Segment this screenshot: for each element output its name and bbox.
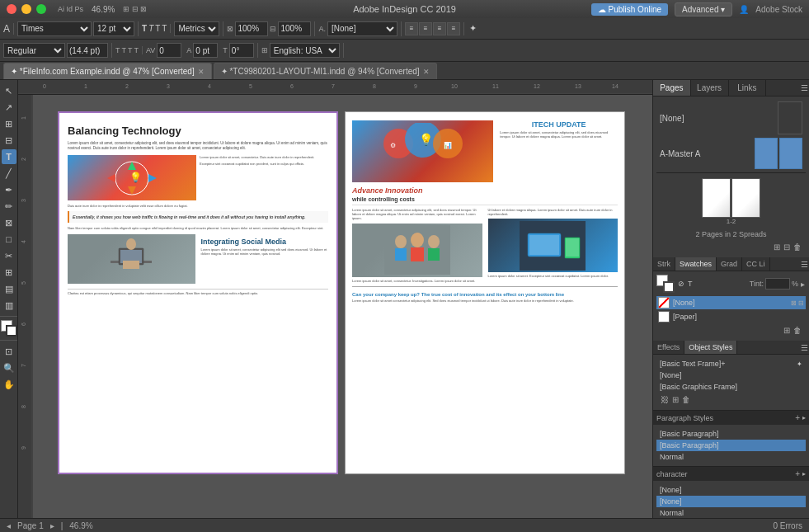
- none-swatch-label: [None]: [673, 299, 695, 307]
- selection-tool-btn[interactable]: ↖: [2, 83, 16, 98]
- svg-marker-33: [128, 186, 136, 195]
- pages-tab[interactable]: Pages: [653, 80, 691, 96]
- language-select2[interactable]: English: USA: [270, 43, 340, 58]
- delete-page-btn[interactable]: 🗑: [793, 242, 802, 252]
- font-size-select[interactable]: 12 pt: [93, 21, 134, 36]
- break-link-btn[interactable]: ⛓: [660, 394, 670, 405]
- quote-text: Essentially, it shows you how web traffi…: [73, 214, 306, 219]
- type-tool-btn[interactable]: T: [2, 149, 16, 164]
- basic-text-frame-item[interactable]: [Basic Text Frame]+ ✦: [656, 358, 806, 370]
- leading-input[interactable]: [67, 43, 108, 58]
- svg-text:9: 9: [414, 83, 417, 89]
- free-transform-tool-btn[interactable]: ⊞: [2, 265, 16, 280]
- character-styles-section[interactable]: character + ▸: [653, 466, 809, 481]
- stroke-tab[interactable]: Strk: [653, 257, 675, 271]
- bold-icon[interactable]: T: [142, 24, 147, 33]
- line-tool-btn[interactable]: ╱: [2, 166, 16, 181]
- chevron-down-icon: ▾: [721, 5, 725, 14]
- object-styles-tab[interactable]: Object Styles: [684, 341, 737, 354]
- canvas[interactable]: Balancing Technology Lorem ipsum dolor s…: [33, 95, 652, 518]
- align-left-btn[interactable]: ≡: [405, 22, 418, 35]
- horizontal-scale-input[interactable]: [235, 21, 268, 36]
- type-tool-icon[interactable]: A: [3, 23, 10, 35]
- delete-swatch-btn[interactable]: 🗑: [793, 325, 802, 336]
- tint-input[interactable]: [765, 278, 790, 290]
- two-col-section: 💡 Duis aute irure dolor in r: [68, 155, 328, 208]
- tracking-input[interactable]: [157, 43, 181, 58]
- publish-online-button[interactable]: ☁ Publish Online: [591, 3, 668, 16]
- font-family-select[interactable]: Times: [17, 21, 92, 36]
- new-style-btn[interactable]: ⊞: [671, 394, 680, 405]
- more-options-btn[interactable]: ✦: [468, 23, 478, 34]
- paragraph-style-select[interactable]: Regular: [3, 43, 65, 58]
- basic-paragraph-item-1[interactable]: [Basic Paragraph]: [656, 428, 806, 440]
- grad-tab[interactable]: Grad: [717, 257, 742, 271]
- document-tab-2[interactable]: ✦ *TC9980201-LAYOUT-MI1.indd @ 94% [Conv…: [214, 63, 437, 79]
- kerning-select[interactable]: Metrics: [174, 21, 219, 36]
- zoom-tool-btn[interactable]: 🔍: [2, 360, 16, 375]
- close-window-btn[interactable]: [7, 4, 16, 14]
- char-normal-item[interactable]: Normal: [656, 507, 806, 518]
- page-info: Page 1: [17, 521, 44, 530]
- effects-menu-btn[interactable]: ☰: [800, 341, 809, 354]
- page-thumb-left[interactable]: [702, 178, 731, 218]
- direct-select-tool-btn[interactable]: ↗: [2, 100, 16, 115]
- effects-tab[interactable]: Effects: [653, 341, 684, 354]
- advanced-button[interactable]: Advanced ▾: [675, 2, 732, 16]
- cc-lib-tab[interactable]: CC Li: [742, 257, 770, 271]
- swatches-options-btn[interactable]: ▸: [800, 279, 806, 290]
- skew-input[interactable]: [229, 43, 254, 58]
- language-select[interactable]: [None]: [327, 21, 397, 36]
- move-page-btn[interactable]: ⊟: [783, 242, 791, 252]
- swatches-menu-btn[interactable]: ☰: [800, 257, 809, 271]
- align-justify-btn[interactable]: ≡: [447, 22, 460, 35]
- fill-stroke-indicator[interactable]: [656, 275, 675, 293]
- pencil-tool-btn[interactable]: ✏: [2, 199, 16, 214]
- tab-1-close[interactable]: ✕: [198, 68, 205, 76]
- new-swatch-btn[interactable]: ⊞: [783, 325, 791, 336]
- vertical-scale-input[interactable]: [278, 21, 311, 36]
- svg-text:11: 11: [492, 83, 499, 89]
- minimize-window-btn[interactable]: [21, 4, 31, 14]
- stroke-color[interactable]: [6, 325, 17, 337]
- gradient-feather-btn[interactable]: ▥: [2, 298, 16, 313]
- paragraph-styles-section[interactable]: Paragraph Styles + ▸: [653, 410, 809, 425]
- new-char-style-btn[interactable]: +: [794, 468, 801, 479]
- baseline-input[interactable]: [193, 43, 218, 58]
- italic-icon[interactable]: T: [148, 24, 153, 33]
- rect-frame-tool-btn[interactable]: ⊠: [2, 215, 16, 230]
- page-tool-btn[interactable]: ⊞: [2, 116, 16, 131]
- new-para-style-btn[interactable]: +: [794, 412, 801, 423]
- swatches-tab[interactable]: Swatches: [675, 257, 717, 271]
- layers-tab[interactable]: Layers: [691, 80, 729, 96]
- page-thumb-right[interactable]: [731, 178, 760, 218]
- char-section-actions: + ▸: [794, 468, 806, 479]
- color-indicator[interactable]: [1, 320, 17, 337]
- panel-menu-btn[interactable]: ☰: [800, 80, 809, 96]
- maximize-window-btn[interactable]: [36, 4, 46, 14]
- swatch-none[interactable]: [None] ⊠ ⊟: [656, 296, 806, 309]
- tab-2-close[interactable]: ✕: [423, 68, 430, 76]
- none-object-style[interactable]: [None]: [656, 370, 806, 381]
- swatch-paper[interactable]: [Paper]: [656, 310, 806, 323]
- rect-tool-btn[interactable]: □: [2, 232, 16, 247]
- align-center-btn[interactable]: ≡: [419, 22, 432, 35]
- align-right-btn[interactable]: ≡: [433, 22, 446, 35]
- advance-sub: while controlling costs: [352, 196, 618, 202]
- preview-mode-btn[interactable]: ⊡: [2, 344, 16, 359]
- document-tab-1[interactable]: ✦ *FileInfo.com Example.indd @ 47% [Conv…: [3, 63, 212, 79]
- gap-tool-btn[interactable]: ⊟: [2, 133, 16, 148]
- delete-style-btn[interactable]: 🗑: [681, 394, 691, 405]
- char-none-item-2[interactable]: [None]: [656, 496, 806, 507]
- basic-graphics-frame-item[interactable]: [Basic Graphics Frame]: [656, 381, 806, 393]
- basic-paragraph-item-2[interactable]: [Basic Paragraph]: [656, 440, 806, 451]
- gradient-tool-btn[interactable]: ▤: [2, 281, 16, 296]
- new-master-btn[interactable]: ⊞: [773, 242, 781, 252]
- normal-para-item[interactable]: Normal: [656, 451, 806, 463]
- char-none-item-1[interactable]: [None]: [656, 484, 806, 496]
- paragraph-styles-title: Paragraph Styles: [656, 414, 713, 422]
- hand-tool-btn[interactable]: ✋: [2, 377, 16, 392]
- scissors-tool-btn[interactable]: ✂: [2, 248, 16, 263]
- pen-tool-btn[interactable]: ✒: [2, 182, 16, 197]
- links-tab[interactable]: Links: [729, 80, 767, 96]
